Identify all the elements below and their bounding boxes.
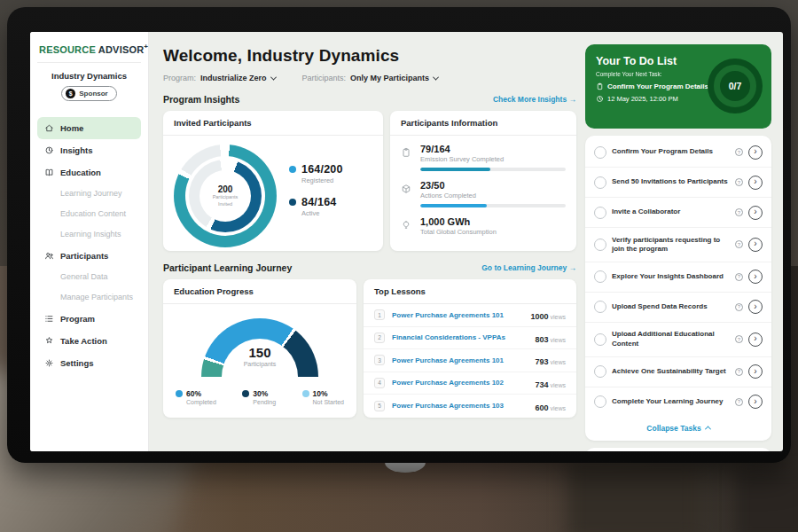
help-icon[interactable]: ? bbox=[735, 273, 743, 281]
legend-label: Registered bbox=[301, 176, 343, 184]
legend-dot bbox=[242, 390, 249, 397]
task-row-explore-insights[interactable]: Explore Your Insights Dashboard ? › bbox=[585, 262, 771, 293]
sidebar-item-take-action[interactable]: Take Action bbox=[37, 330, 141, 352]
lesson-rank: 2 bbox=[374, 332, 385, 343]
task-checkbox[interactable] bbox=[594, 301, 606, 313]
check-more-insights-link[interactable]: Check More Insights → bbox=[493, 95, 576, 104]
legend-pct: 60% bbox=[186, 389, 201, 398]
progress-track bbox=[420, 204, 566, 207]
insights-icon bbox=[44, 145, 54, 155]
legend-item-registered: 164/200 Registered bbox=[289, 163, 343, 184]
task-row-verify-participants[interactable]: Verify participants requesting to join t… bbox=[585, 228, 771, 262]
lesson-link[interactable]: Power Purchase Agreements 103 bbox=[392, 402, 528, 410]
participants-information-card: Participants Information 79/164 Emission… bbox=[390, 111, 576, 251]
sidebar-item-insights[interactable]: Insights bbox=[37, 139, 141, 161]
lesson-link[interactable]: Power Purchase Agreements 101 bbox=[392, 356, 528, 364]
sidebar-item-manage-participants[interactable]: Manage Participants bbox=[37, 287, 141, 308]
collapse-tasks-label: Collapse Tasks bbox=[646, 424, 700, 433]
task-checkbox[interactable] bbox=[594, 333, 606, 346]
legend-item-not-started: 10% Not Started bbox=[302, 389, 344, 405]
help-icon[interactable]: ? bbox=[735, 148, 743, 156]
sidebar-item-participants[interactable]: Participants bbox=[37, 245, 141, 267]
program-icon bbox=[44, 314, 54, 324]
task-row-invite-collaborator[interactable]: Invite a Collaborator ? › bbox=[585, 198, 771, 228]
legend-item-pending: 30% Pending bbox=[242, 389, 276, 405]
progress-track bbox=[420, 168, 566, 171]
recent-news-card: Recent News bbox=[585, 448, 771, 451]
collapse-tasks-link[interactable]: Collapse Tasks bbox=[585, 417, 771, 437]
task-checkbox[interactable] bbox=[594, 176, 606, 189]
donut-center-label: Invited bbox=[218, 201, 232, 207]
task-row-upload-spend-data[interactable]: Upload Spend Data Records ? › bbox=[585, 293, 771, 323]
lesson-views-suffix: views bbox=[550, 359, 566, 365]
sidebar-item-learning-insights[interactable]: Learning Insights bbox=[37, 224, 141, 245]
sidebar-item-label: Insights bbox=[60, 145, 92, 155]
sidebar-item-program[interactable]: Program bbox=[37, 308, 141, 330]
sidebar-item-home[interactable]: Home bbox=[37, 117, 141, 139]
lesson-link[interactable]: Power Purchase Agreements 101 bbox=[392, 311, 523, 319]
background-shadow-block bbox=[567, 461, 700, 532]
chevron-right-icon[interactable]: › bbox=[748, 364, 763, 379]
gauge-center-label: Participants bbox=[201, 361, 318, 367]
chevron-right-icon[interactable]: › bbox=[748, 176, 763, 190]
task-checkbox[interactable] bbox=[594, 207, 606, 219]
help-icon[interactable]: ? bbox=[735, 303, 743, 311]
chevron-right-icon[interactable]: › bbox=[748, 145, 763, 160]
task-checkbox[interactable] bbox=[594, 365, 606, 378]
task-row-complete-learning-journey[interactable]: Complete Your Learning Journey ? › bbox=[585, 387, 771, 417]
home-icon bbox=[44, 123, 54, 133]
task-checkbox[interactable] bbox=[594, 239, 606, 251]
lesson-views: 793 bbox=[535, 357, 548, 366]
participants-dropdown[interactable]: Participants: Only My Participants bbox=[302, 74, 439, 82]
legend-value: 84/164 bbox=[301, 196, 336, 208]
lesson-views: 600 bbox=[535, 403, 548, 412]
help-icon[interactable]: ? bbox=[735, 208, 743, 216]
education-icon bbox=[44, 168, 54, 177]
help-icon[interactable]: ? bbox=[735, 368, 743, 376]
chevron-down-icon bbox=[270, 74, 276, 80]
sidebar-item-settings[interactable]: Settings bbox=[37, 352, 141, 374]
chevron-right-icon[interactable]: › bbox=[748, 206, 763, 220]
chevron-right-icon[interactable]: › bbox=[748, 395, 763, 409]
task-checkbox[interactable] bbox=[594, 146, 606, 159]
chevron-right-icon[interactable]: › bbox=[748, 332, 763, 347]
info-value: 79/164 bbox=[420, 144, 566, 154]
chevron-up-icon bbox=[705, 426, 711, 432]
legend-pct: 10% bbox=[313, 389, 328, 398]
help-icon[interactable]: ? bbox=[735, 398, 743, 406]
go-to-learning-journey-link[interactable]: Go to Learning Journey → bbox=[481, 263, 576, 272]
todo-next-task-label: Confirm Your Program Details bbox=[607, 82, 708, 90]
task-checkbox[interactable] bbox=[594, 395, 606, 408]
clock-icon bbox=[596, 95, 604, 103]
task-row-achieve-target[interactable]: Achieve One Sustainability Target ? › bbox=[585, 357, 771, 387]
settings-icon bbox=[44, 358, 54, 368]
chevron-right-icon[interactable]: › bbox=[748, 238, 763, 252]
task-row-confirm-program[interactable]: Confirm Your Program Details ? › bbox=[585, 137, 771, 168]
dashboard-screen: RESOURCE ADVISOR+ Industry Dynamics $ Sp… bbox=[30, 32, 783, 451]
participants-dropdown-label: Participants: bbox=[302, 74, 347, 82]
top-lessons-card: Top Lessons 1 Power Purchase Agreements … bbox=[364, 279, 576, 418]
info-label: Actions Completed bbox=[420, 192, 566, 200]
help-icon[interactable]: ? bbox=[735, 335, 743, 343]
sidebar-item-education[interactable]: Education bbox=[37, 161, 141, 184]
consumption-icon bbox=[401, 216, 413, 236]
background-shadow-block bbox=[736, 470, 798, 532]
lesson-link[interactable]: Power Purchase Agreements 102 bbox=[392, 379, 528, 387]
chevron-right-icon[interactable]: › bbox=[748, 300, 763, 314]
sidebar-item-general-data[interactable]: General Data bbox=[37, 267, 141, 287]
sidebar-item-education-content[interactable]: Education Content bbox=[37, 204, 141, 224]
legend-item-active: 84/164 Active bbox=[289, 196, 343, 217]
task-row-upload-educational-content[interactable]: Upload Additional Educational Content ? … bbox=[585, 323, 771, 357]
help-icon[interactable]: ? bbox=[735, 178, 743, 186]
lesson-link[interactable]: Financial Considerations - VPPAs bbox=[392, 333, 528, 341]
chevron-right-icon[interactable]: › bbox=[748, 270, 763, 284]
program-dropdown[interactable]: Program: Industrialize Zero bbox=[163, 74, 276, 82]
sponsor-badge: $ Sponsor bbox=[61, 86, 116, 101]
sidebar-item-learning-journey[interactable]: Learning Journey bbox=[37, 184, 141, 204]
sidebar-menu: Home Insights Education Learning Journey… bbox=[37, 117, 141, 374]
task-checkbox[interactable] bbox=[594, 270, 606, 283]
task-row-send-invitations[interactable]: Send 50 Invitations to Participants ? › bbox=[585, 168, 771, 198]
help-icon[interactable]: ? bbox=[735, 240, 743, 248]
link-label: Go to Learning Journey bbox=[481, 263, 567, 272]
gauge-legend: 60% Completed 30% Pending 10% Not Starte… bbox=[163, 379, 356, 405]
